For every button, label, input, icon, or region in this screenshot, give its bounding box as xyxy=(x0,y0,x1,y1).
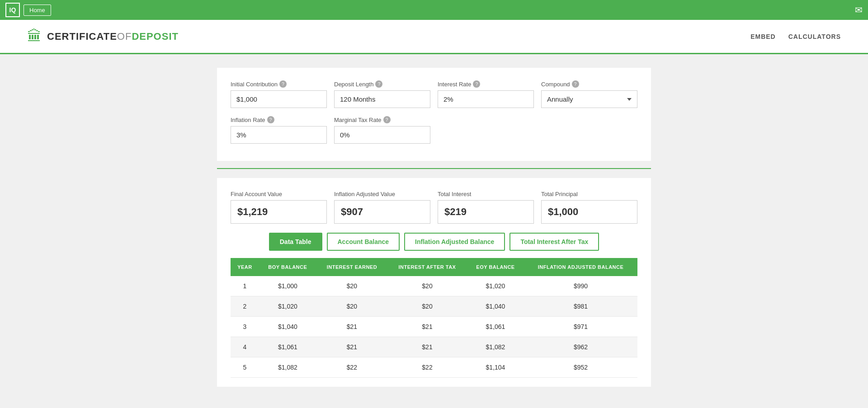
iq-logo: IQ xyxy=(5,3,20,17)
table-cell-2-3: $21 xyxy=(387,317,467,337)
table-cell-1-5: $981 xyxy=(524,296,637,317)
table-cell-4-2: $22 xyxy=(316,357,387,378)
table-cell-3-4: $1,082 xyxy=(467,337,524,357)
deposit-length-input[interactable] xyxy=(334,90,430,108)
interest-rate-input[interactable] xyxy=(438,90,534,108)
top-bar-left: IQ Home xyxy=(5,3,51,17)
data-table: YEAR BOY BALANCE INTEREST EARNED INTERES… xyxy=(231,258,637,378)
table-cell-2-1: $1,040 xyxy=(259,317,316,337)
initial-contribution-label: Initial Contribution ? xyxy=(231,80,327,88)
table-header-row: YEAR BOY BALANCE INTEREST EARNED INTERES… xyxy=(231,258,637,276)
inflation-rate-help-icon[interactable]: ? xyxy=(267,116,274,123)
brand: 🏛 CERTIFICATEOFDEPOSIT xyxy=(27,28,179,45)
table-cell-3-5: $962 xyxy=(524,337,637,357)
marginal-tax-input[interactable] xyxy=(334,126,430,144)
final-account-value-label: Final Account Value xyxy=(231,191,327,197)
table-cell-1-1: $1,020 xyxy=(259,296,316,317)
table-row: 3$1,040$21$21$1,061$971 xyxy=(231,317,637,337)
initial-contribution-group: Initial Contribution ? xyxy=(231,80,327,108)
interest-rate-label: Interest Rate ? xyxy=(438,80,534,88)
final-account-value-group: Final Account Value $1,219 xyxy=(231,191,327,224)
top-bar: IQ Home ✉ xyxy=(0,0,868,20)
table-row: 5$1,082$22$22$1,104$952 xyxy=(231,357,637,378)
compound-group: Compound ? Daily Monthly Quarterly Annua… xyxy=(541,80,637,108)
col-boy-balance: BOY BALANCE xyxy=(259,258,316,276)
deposit-length-label: Deposit Length ? xyxy=(334,80,430,88)
initial-contribution-input[interactable] xyxy=(231,90,327,108)
table-cell-4-4: $1,104 xyxy=(467,357,524,378)
results-section: Final Account Value $1,219 Inflation Adj… xyxy=(217,178,651,387)
total-interest-label: Total Interest xyxy=(438,191,534,197)
site-header: 🏛 CERTIFICATEOFDEPOSIT EMBED CALCULATORS xyxy=(0,20,868,54)
header-nav: EMBED CALCULATORS xyxy=(750,33,841,40)
inflation-adjusted-group: Inflation Adjusted Value $907 xyxy=(334,191,430,224)
table-cell-0-4: $1,020 xyxy=(467,276,524,296)
inflation-adjusted-balance-button[interactable]: Inflation Adjusted Balance xyxy=(404,233,505,251)
table-cell-2-0: 3 xyxy=(231,317,259,337)
mail-icon[interactable]: ✉ xyxy=(855,5,863,15)
table-cell-1-4: $1,040 xyxy=(467,296,524,317)
brand-text: CERTIFICATEOFDEPOSIT xyxy=(47,31,179,42)
col-interest-earned: INTEREST EARNED xyxy=(316,258,387,276)
table-cell-3-2: $21 xyxy=(316,337,387,357)
table-cell-0-5: $990 xyxy=(524,276,637,296)
col-inflation-adjusted: INFLATION ADJUSTED BALANCE xyxy=(524,258,637,276)
table-cell-1-2: $20 xyxy=(316,296,387,317)
table-cell-0-2: $20 xyxy=(316,276,387,296)
inflation-adjusted-label: Inflation Adjusted Value xyxy=(334,191,430,197)
main-content: Initial Contribution ? Deposit Length ? … xyxy=(208,54,660,408)
table-cell-1-0: 2 xyxy=(231,296,259,317)
section-divider xyxy=(217,168,651,169)
col-eoy-balance: EOY BALANCE xyxy=(467,258,524,276)
compound-help-icon[interactable]: ? xyxy=(572,80,579,88)
total-principal-label: Total Principal xyxy=(541,191,637,197)
initial-contribution-help-icon[interactable]: ? xyxy=(279,80,287,88)
account-balance-button[interactable]: Account Balance xyxy=(327,233,400,251)
table-cell-1-3: $20 xyxy=(387,296,467,317)
input-row-1: Initial Contribution ? Deposit Length ? … xyxy=(231,80,637,108)
marginal-tax-help-icon[interactable]: ? xyxy=(383,116,391,123)
table-cell-2-5: $971 xyxy=(524,317,637,337)
inflation-rate-group: Inflation Rate ? xyxy=(231,116,327,144)
table-row: 4$1,061$21$21$1,082$962 xyxy=(231,337,637,357)
data-table-button[interactable]: Data Table xyxy=(269,233,322,251)
bank-icon: 🏛 xyxy=(27,28,42,45)
compound-select[interactable]: Daily Monthly Quarterly Annually xyxy=(541,90,637,108)
nav-calculators[interactable]: CALCULATORS xyxy=(788,33,841,40)
table-cell-0-1: $1,000 xyxy=(259,276,316,296)
table-cell-4-1: $1,082 xyxy=(259,357,316,378)
total-principal-group: Total Principal $1,000 xyxy=(541,191,637,224)
inflation-rate-label: Inflation Rate ? xyxy=(231,116,327,123)
marginal-tax-label: Marginal Tax Rate ? xyxy=(334,116,430,123)
table-cell-3-1: $1,061 xyxy=(259,337,316,357)
table-cell-2-4: $1,061 xyxy=(467,317,524,337)
table-cell-0-3: $20 xyxy=(387,276,467,296)
table-cell-3-0: 4 xyxy=(231,337,259,357)
final-account-value: $1,219 xyxy=(231,200,327,224)
table-cell-3-3: $21 xyxy=(387,337,467,357)
data-table-container: YEAR BOY BALANCE INTEREST EARNED INTERES… xyxy=(231,258,637,378)
spacer-1 xyxy=(438,116,534,144)
inflation-adjusted-value: $907 xyxy=(334,200,430,224)
input-row-2: Inflation Rate ? Marginal Tax Rate ? xyxy=(231,116,637,144)
spacer-2 xyxy=(541,116,637,144)
table-cell-2-2: $21 xyxy=(316,317,387,337)
input-section: Initial Contribution ? Deposit Length ? … xyxy=(217,68,651,161)
results-row: Final Account Value $1,219 Inflation Adj… xyxy=(231,191,637,224)
nav-embed[interactable]: EMBED xyxy=(750,33,776,40)
table-row: 1$1,000$20$20$1,020$990 xyxy=(231,276,637,296)
inflation-rate-input[interactable] xyxy=(231,126,327,144)
table-cell-4-3: $22 xyxy=(387,357,467,378)
total-interest-group: Total Interest $219 xyxy=(438,191,534,224)
chart-buttons: Data Table Account Balance Inflation Adj… xyxy=(231,233,637,251)
total-interest-after-tax-button[interactable]: Total Interest After Tax xyxy=(509,233,599,251)
table-cell-4-5: $952 xyxy=(524,357,637,378)
compound-label: Compound ? xyxy=(541,80,637,88)
deposit-length-help-icon[interactable]: ? xyxy=(375,80,382,88)
table-cell-0-0: 1 xyxy=(231,276,259,296)
interest-rate-help-icon[interactable]: ? xyxy=(473,80,480,88)
home-button[interactable]: Home xyxy=(24,5,51,16)
col-interest-after-tax: INTEREST AFTER TAX xyxy=(387,258,467,276)
col-year: YEAR xyxy=(231,258,259,276)
total-interest-value: $219 xyxy=(438,200,534,224)
